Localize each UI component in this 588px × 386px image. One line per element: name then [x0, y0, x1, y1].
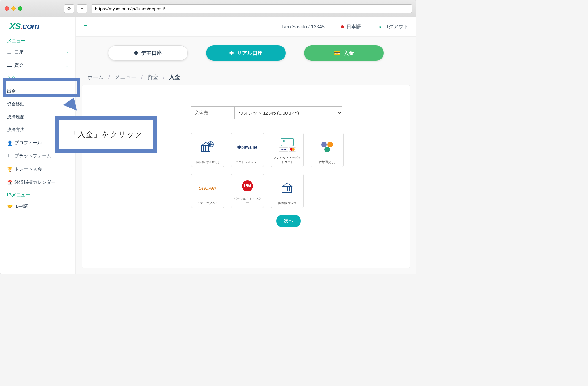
perfectmoney-icon: PM — [242, 176, 253, 195]
language-selector[interactable]: 日本語 — [333, 24, 369, 30]
sidebar-item-funds[interactable]: ▬ 資金 ⌄ — [0, 59, 75, 72]
chevron-left-icon: ‹ — [67, 50, 69, 55]
minimize-window-icon[interactable] — [11, 6, 16, 11]
list-icon: ☰ — [7, 50, 14, 55]
deposit-button[interactable]: 💳 入金 — [304, 45, 384, 61]
method-label: スティックペイ — [197, 201, 218, 205]
method-crypto[interactable]: 仮想通貨 (1) — [311, 133, 344, 167]
method-intl-bank[interactable]: 国際銀行送金 — [271, 174, 304, 208]
sticpay-logo-text: STICPAY — [199, 186, 217, 191]
visa-badge: VISA — [279, 147, 288, 152]
traffic-lights — [5, 6, 22, 11]
sidebar: XS.com メニュー ☰ 口座 ‹ ▬ 資金 ⌄ 入金 出金 資金移動 決済履… — [0, 17, 76, 274]
button-label: リアル口座 — [237, 50, 263, 57]
breadcrumb-menu[interactable]: メニュー — [115, 74, 137, 80]
sidebar-item-label: プロフィール — [14, 140, 42, 146]
crypto-icon — [320, 135, 334, 159]
sidebar-item-platform[interactable]: ⬇ プラットフォーム — [0, 149, 75, 163]
sidebar-item-calendar[interactable]: 📅 経済指標カレンダー — [0, 176, 75, 189]
plus-icon: ✚ — [229, 50, 234, 56]
new-tab-button[interactable]: + — [77, 4, 87, 13]
sidebar-item-profile[interactable]: 👤 プロフィール ‹ — [0, 136, 75, 149]
menu-toggle-icon[interactable]: ≡ — [84, 23, 88, 31]
url-input[interactable] — [92, 4, 412, 13]
user-icon: 👤 — [7, 140, 14, 146]
sidebar-item-accounts[interactable]: ☰ 口座 ‹ — [0, 46, 75, 59]
sidebar-item-label: 資金 — [14, 62, 24, 68]
jp-flag-icon — [341, 25, 344, 28]
calendar-icon: 📅 — [7, 180, 14, 185]
pm-logo-text: PM — [242, 180, 253, 191]
breadcrumb-funds[interactable]: 資金 — [147, 74, 158, 80]
sidebar-item-contest[interactable]: 🏆 トレード大会 — [0, 163, 75, 176]
maximize-window-icon[interactable] — [18, 6, 22, 11]
logout-label: ログアウト — [384, 24, 408, 30]
chevron-down-icon: ⌄ — [66, 63, 69, 68]
breadcrumb-current: 入金 — [169, 74, 180, 80]
browser-chrome: ⟳ + — [0, 0, 416, 17]
submenu-deposit[interactable]: 入金 — [0, 72, 75, 85]
method-sticpay[interactable]: STICPAY スティックペイ — [191, 174, 224, 208]
method-label: ビットウォレット — [235, 160, 260, 164]
wallet-icon: ▬ — [7, 63, 14, 68]
bitwallet-logo-text: bitwallet — [241, 145, 257, 149]
breadcrumb-sep: / — [105, 74, 113, 80]
credit-card-icon: VISA — [279, 135, 296, 154]
breadcrumb-home[interactable]: ホーム — [87, 74, 104, 80]
submenu-withdraw[interactable]: 出金 — [0, 85, 75, 98]
submenu-methods[interactable]: 決済方法 — [0, 123, 75, 136]
sidebar-item-ib[interactable]: 🤝 IB申請 — [0, 200, 75, 213]
method-label: 国際銀行送金 — [278, 201, 296, 205]
destination-label: 入金先 — [191, 106, 235, 119]
method-bitwallet[interactable]: bitwallet ビットウォレット — [231, 133, 264, 167]
svg-marker-6 — [282, 183, 292, 187]
method-label: 仮想通貨 (1) — [319, 160, 336, 164]
submenu-history[interactable]: 決済履歴 — [0, 111, 75, 123]
method-label: パーフェクト・マネー — [232, 197, 262, 205]
ib-section-header: IBメニュー — [0, 189, 75, 200]
breadcrumb-sep: / — [138, 74, 146, 80]
breadcrumb-sep: / — [160, 74, 168, 80]
logo[interactable]: XS.com — [0, 17, 75, 35]
sidebar-item-label: トレード大会 — [14, 166, 42, 172]
sidebar-item-label: プラットフォーム — [14, 153, 51, 159]
url-bar — [92, 4, 412, 13]
deposit-panel: 入金先 ウォレット 12345 (0.00 JPY) 国内銀行送金 (1) — [82, 85, 410, 268]
chevron-left-icon: ‹ — [67, 141, 69, 145]
button-label: 入金 — [344, 50, 354, 57]
language-label: 日本語 — [346, 24, 361, 30]
bitwallet-icon: bitwallet — [238, 135, 257, 159]
method-card[interactable]: VISA クレジット・デビットカード — [271, 133, 304, 167]
topbar: ≡ Taro Sasaki / 12345 日本語 ⇥ ログアウト — [76, 17, 416, 37]
sidebar-item-label: IB申請 — [14, 203, 28, 209]
refresh-button[interactable]: ⟳ — [64, 4, 74, 13]
button-label: デモ口座 — [141, 50, 162, 57]
method-label: クレジット・デビットカード — [272, 156, 302, 164]
logout-button[interactable]: ⇥ ログアウト — [369, 24, 408, 30]
logo-xs: XS — [9, 21, 20, 31]
close-window-icon[interactable] — [5, 6, 9, 11]
logo-com: com — [22, 21, 39, 31]
logout-icon: ⇥ — [377, 24, 381, 30]
card-icon: 💳 — [334, 50, 341, 56]
user-name[interactable]: Taro Sasaki / 12345 — [281, 24, 333, 30]
destination-select[interactable]: ウォレット 12345 (0.00 JPY) — [235, 106, 342, 119]
trophy-icon: 🏆 — [7, 167, 14, 172]
method-perfectmoney[interactable]: PM パーフェクト・マネー — [231, 174, 264, 208]
bank-globe-icon — [200, 135, 215, 159]
sidebar-item-label: 経済指標カレンダー — [14, 180, 56, 185]
breadcrumb: ホーム / メニュー / 資金 / 入金 — [76, 67, 416, 85]
mastercard-badge — [289, 147, 296, 152]
next-button[interactable]: 次へ — [276, 215, 301, 227]
menu-section-header: メニュー — [0, 35, 75, 46]
sticpay-icon: STICPAY — [199, 176, 217, 200]
handshake-icon: 🤝 — [7, 204, 14, 209]
method-label: 国内銀行送金 (1) — [196, 160, 219, 164]
real-account-button[interactable]: ✚ リアル口座 — [206, 45, 286, 61]
sidebar-item-label: 口座 — [14, 49, 24, 55]
method-domestic-bank[interactable]: 国内銀行送金 (1) — [191, 133, 224, 167]
download-icon: ⬇ — [7, 153, 14, 159]
submenu-transfer[interactable]: 資金移動 — [0, 98, 75, 111]
intl-bank-icon — [281, 176, 293, 200]
demo-account-button[interactable]: ✚ デモ口座 — [108, 45, 188, 61]
